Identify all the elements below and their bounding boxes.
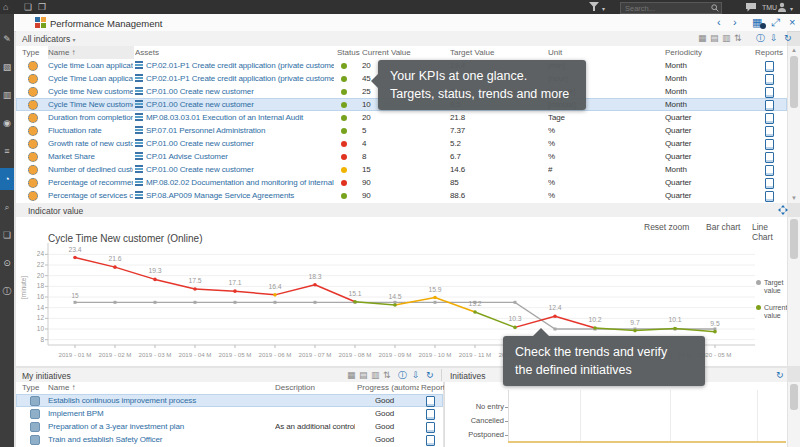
chart-scrollbar[interactable] (787, 217, 800, 366)
view-selector[interactable]: All indicators ▾ (22, 34, 76, 44)
home-icon[interactable]: ⌂ (3, 1, 8, 13)
col-header-assets[interactable]: Assets (135, 46, 335, 59)
search-icon[interactable] (711, 4, 719, 12)
col-header-reports[interactable]: Reports (755, 46, 785, 59)
sidebar-item-process-icon[interactable]: ◉ (0, 112, 14, 134)
grid-view-icon[interactable]: ▦ (698, 33, 707, 44)
download-icon[interactable]: ⇩ (412, 370, 420, 381)
col-header-periodicity[interactable]: Periodicity (665, 46, 753, 59)
grid-view-icon[interactable]: ▦ (347, 370, 356, 381)
sidebar-item-bulb-icon[interactable]: ⊙ (0, 252, 14, 274)
report-icon[interactable] (765, 113, 774, 124)
sidebar-item-dashboard-icon[interactable]: ◔ (0, 168, 14, 190)
indicator-asset[interactable]: CP.01.00 Create new customer (135, 163, 334, 176)
initiative-name[interactable]: Implement BPM (48, 407, 271, 420)
sidebar-item-list-icon[interactable]: ≡ (0, 140, 14, 162)
indicator-asset[interactable]: CP.01.00 Create new customer (135, 85, 334, 98)
report-icon[interactable] (765, 100, 774, 111)
sidebar-item-book-icon[interactable]: ▥ (0, 84, 14, 106)
indicator-name[interactable]: Percentage of recommendati... (48, 176, 133, 189)
report-icon[interactable] (765, 191, 774, 202)
search-input[interactable] (623, 3, 709, 13)
info-icon[interactable]: ⓘ (756, 33, 765, 44)
indicator-name[interactable]: Growth rate of new customers (48, 137, 133, 150)
sidebar-item-document-icon[interactable]: ❏ (0, 224, 14, 246)
initiative-row[interactable]: Establish continuous improvement process… (16, 394, 443, 407)
forward-icon[interactable]: › (733, 16, 737, 29)
download-icon[interactable]: ⇩ (770, 33, 778, 44)
indicator-name[interactable]: Number of declined custome... (48, 163, 133, 176)
report-icon[interactable] (765, 165, 774, 176)
indicator-row[interactable]: Market ShareCP.01 Advise Customer86.7%Qu… (16, 150, 787, 163)
indicator-name[interactable]: Fluctuation rate (48, 124, 133, 137)
indicator-row[interactable]: Percentage of services cove...SP.08.AP00… (16, 189, 787, 202)
initiatives-scrollbar[interactable] (787, 382, 800, 447)
export-chart-icon[interactable]: ▥ (722, 33, 731, 44)
sort-icon[interactable]: ⇅ (734, 33, 742, 44)
indicator-asset[interactable]: SP.08.AP009 Manage Service Agreements (135, 189, 334, 202)
apps-grid-icon[interactable]: ▦ (752, 16, 762, 29)
col-header-unit[interactable]: Unit (548, 46, 663, 59)
indicator-row[interactable]: Growth rate of new customersCP.01.00 Cre… (16, 137, 787, 150)
export-table-icon[interactable]: ▤ (710, 33, 719, 44)
scroll-down-icon[interactable]: ▼ (788, 194, 800, 203)
indicator-name[interactable]: Cycle Time Loan application ... (48, 72, 133, 85)
indicator-name[interactable]: Percentage of services cove... (48, 189, 133, 202)
col-header-current-value[interactable]: Current Value (362, 46, 448, 59)
indicator-asset[interactable]: CP.02.01-P1 Create credit application (p… (135, 59, 334, 72)
report-icon[interactable] (765, 139, 774, 150)
indicator-asset[interactable]: SP.07.01 Personnel Administration (135, 124, 334, 137)
sidebar-item-search-icon[interactable]: ⌕ (0, 196, 14, 218)
indicator-name[interactable]: Market Share (48, 150, 133, 163)
indicator-name[interactable]: Cycle Time New customer (... (48, 98, 133, 111)
refresh-icon[interactable]: ↻ (784, 33, 792, 44)
report-icon[interactable] (765, 126, 774, 137)
info-icon[interactable]: ⓘ (398, 370, 407, 381)
col-header-reports[interactable]: Reports (421, 382, 445, 394)
indicator-name[interactable]: Cycle time Loan application (... (48, 59, 133, 72)
indicators-scrollbar[interactable]: ▲ ▼ (787, 46, 800, 203)
report-icon[interactable] (765, 178, 774, 189)
fullscreen-icon[interactable]: ⤢ (771, 16, 780, 29)
indicator-row[interactable]: Percentage of recommendati...MP.08.02.02… (16, 176, 787, 189)
open-tab-icon[interactable]: ❐ (38, 1, 46, 13)
sidebar-item-model-designer-icon[interactable]: ▧ (0, 56, 14, 78)
col-header-type[interactable]: Type (22, 46, 44, 59)
indicator-row[interactable]: Duration from completion of i...MP.08.03… (16, 111, 787, 124)
initiative-name[interactable]: Establish continuous improvement process (48, 394, 271, 407)
indicator-row[interactable]: Fluctuation rateSP.07.01 Personnel Admin… (16, 124, 787, 137)
indicator-row[interactable]: Number of declined custome...CP.01.00 Cr… (16, 163, 787, 176)
col-header-target-value[interactable]: Target Value (450, 46, 546, 59)
report-icon[interactable] (765, 87, 774, 98)
report-icon[interactable] (765, 74, 774, 85)
scroll-up-icon[interactable]: ▲ (788, 46, 800, 55)
col-header-description[interactable]: Description (275, 382, 355, 394)
initiative-row[interactable]: Train and establish Safety OfficerGood (16, 433, 443, 446)
indicator-asset[interactable]: CP.01.00 Create new customer (135, 137, 334, 150)
indicator-asset[interactable]: MP.08.03.03.01 Execution of an Internal … (135, 111, 334, 124)
export-chart-icon[interactable]: ▥ (371, 370, 380, 381)
avatar-icon[interactable] (777, 2, 787, 12)
export-table-icon[interactable]: ▤ (359, 370, 368, 381)
initiative-row[interactable]: Preparation of a 3-year investment planA… (16, 420, 443, 433)
filter-icon[interactable] (589, 2, 600, 12)
col-header-progress-automa-[interactable]: Progress (automa... (357, 382, 419, 394)
new-tab-icon[interactable]: ❏ (24, 1, 32, 13)
col-header-name-[interactable]: Name ↑ (48, 382, 273, 394)
indicator-asset[interactable]: CP.01 Advise Customer (135, 150, 334, 163)
indicator-asset[interactable]: CP.02.01-P1 Create credit application (p… (135, 72, 334, 85)
indicator-asset[interactable]: MP.08.02.02 Documentation and monitoring… (135, 176, 334, 189)
report-icon[interactable] (765, 152, 774, 163)
refresh-icon[interactable]: ↻ (426, 370, 434, 381)
expand-panel-icon[interactable] (778, 205, 788, 215)
indicator-name[interactable]: Duration from completion of i... (48, 111, 133, 124)
initiative-row[interactable]: Implement BPMGood (16, 407, 443, 420)
sort-icon[interactable]: ⇅ (383, 370, 391, 381)
col-header-type[interactable]: Type (22, 382, 44, 394)
sidebar-item-info-icon[interactable]: ⓘ (0, 280, 14, 302)
indicator-asset[interactable]: CP.01.00 Create new customer (135, 98, 334, 111)
back-icon[interactable]: ‹ (717, 16, 721, 29)
col-header-status[interactable]: Status (337, 46, 361, 59)
report-icon[interactable] (765, 61, 774, 72)
initiative-name[interactable]: Preparation of a 3-year investment plan (48, 420, 271, 433)
